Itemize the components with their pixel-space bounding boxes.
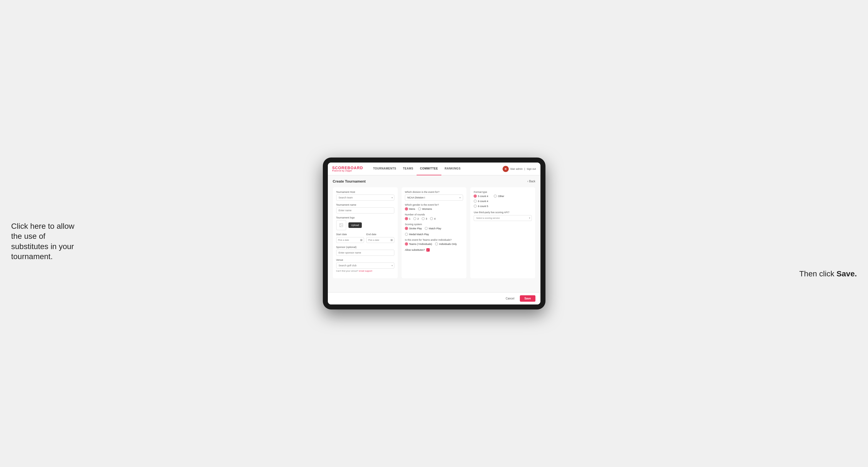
scoring-match-radio[interactable] <box>425 227 428 230</box>
rounds-1-radio[interactable] <box>405 217 408 220</box>
scoring-stroke-option[interactable]: Stroke Play <box>405 227 422 230</box>
gender-womens-option[interactable]: Womens <box>418 207 432 210</box>
scoring-field-group: Scoring system Stroke Play Match Play <box>405 223 463 236</box>
scoring-api-select-wrapper: ▾ <box>474 215 532 221</box>
content-area: Create Tournament ‹ Back Tournament Host… <box>328 175 540 292</box>
format-6count4-option[interactable]: 6 count 4 <box>474 199 488 203</box>
nav-item-committee[interactable]: COMMITTEE <box>416 162 441 175</box>
rounds-label: Number of rounds <box>405 213 463 216</box>
start-date-calendar-icon: ▦ <box>360 239 363 241</box>
event-individuals-radio[interactable] <box>435 242 438 246</box>
format-field-group: Format type 5 count 4 Other <box>474 191 532 208</box>
nav-item-teams[interactable]: TEAMS <box>400 162 417 175</box>
svg-point-1 <box>340 224 341 225</box>
division-select-wrapper: NCAA Division I ▾ <box>405 194 463 201</box>
page-title: Create Tournament <box>333 179 366 183</box>
allow-subs-label: Allow substitutes? <box>405 249 425 251</box>
sponsor-input[interactable] <box>336 250 394 256</box>
sponsor-field-group: Sponsor (optional) <box>336 246 394 256</box>
scoring-radio-group: Stroke Play Match Play Medal Match Play <box>405 227 463 236</box>
rounds-3-option[interactable]: 3 <box>422 217 427 220</box>
division-field-group: Which division is the event for? NCAA Di… <box>405 191 463 201</box>
host-input[interactable] <box>336 194 394 201</box>
avatar: B <box>503 166 509 172</box>
gender-mens-radio[interactable] <box>405 207 408 210</box>
scoring-medal-radio[interactable] <box>405 233 408 236</box>
event-teams-radio[interactable] <box>405 242 408 246</box>
division-select[interactable]: NCAA Division I ▾ <box>405 194 463 201</box>
allow-subs-field-group: Allow substitutes? <box>405 248 463 252</box>
username: blair admin <box>510 167 523 170</box>
logo: SCOREBOARD Powered by clippd <box>332 166 363 172</box>
format-6count5-radio[interactable] <box>474 205 477 208</box>
format-row-1: 5 count 4 Other <box>474 194 532 197</box>
logo-powered: Powered by clippd <box>332 170 363 172</box>
start-date-label: Start date <box>336 233 364 236</box>
scoring-match-option[interactable]: Match Play <box>425 227 441 230</box>
form-grid: Tournament Host ▾ Tournament name Tourna <box>333 187 535 278</box>
logo-placeholder-icon <box>336 220 346 230</box>
annotation-left: Click here to allow the use of substitut… <box>11 221 84 262</box>
end-date-input[interactable] <box>366 237 394 243</box>
host-label: Tournament Host <box>336 191 394 193</box>
venue-support-text: Can't find your venue? email support <box>336 270 394 272</box>
host-input-wrapper: ▾ <box>336 194 394 201</box>
format-other-radio[interactable] <box>494 194 497 197</box>
back-link[interactable]: ‹ Back <box>527 180 535 183</box>
upload-button[interactable]: Upload <box>348 222 362 228</box>
logo-field-group: Tournament logo Upload <box>336 216 394 230</box>
rounds-2-radio[interactable] <box>413 217 416 220</box>
venue-input[interactable] <box>336 262 394 269</box>
cancel-button[interactable]: Cancel <box>502 295 518 302</box>
rounds-4-radio[interactable] <box>430 217 433 220</box>
date-row: Start date ▦ End date ▦ <box>336 233 394 243</box>
rounds-2-option[interactable]: 2 <box>413 217 419 220</box>
sign-out-link[interactable]: Sign out <box>527 167 536 170</box>
gender-mens-option[interactable]: Mens <box>405 207 415 210</box>
email-support-link[interactable]: email support <box>359 270 372 272</box>
format-5count4-radio[interactable] <box>474 194 477 197</box>
nav-user: B blair admin | Sign out <box>503 166 536 172</box>
rounds-4-option[interactable]: 4 <box>430 217 436 220</box>
end-date-label: End date <box>366 233 394 236</box>
start-date-input[interactable] <box>336 237 364 243</box>
tablet-screen: SCOREBOARD Powered by clippd TOURNAMENTS… <box>328 162 540 305</box>
scoring-stroke-radio[interactable] <box>405 227 408 230</box>
scoring-medal-option[interactable]: Medal Match Play <box>405 233 429 236</box>
venue-chevron-icon: ▾ <box>392 264 393 267</box>
navigation: SCOREBOARD Powered by clippd TOURNAMENTS… <box>328 162 540 175</box>
format-row-2: 6 count 4 <box>474 199 532 203</box>
event-teams-option[interactable]: Teams (+Individuals) <box>405 242 432 246</box>
start-date-wrapper: ▦ <box>336 237 364 243</box>
rounds-radio-group: 1 2 3 <box>405 217 463 220</box>
save-button[interactable]: Save <box>520 295 535 302</box>
event-type-field-group: Is this event for Teams and/or Individua… <box>405 239 463 246</box>
host-chevron-icon: ▾ <box>392 196 393 199</box>
name-label: Tournament name <box>336 204 394 206</box>
format-6count5-option[interactable]: 6 count 5 <box>474 205 488 208</box>
nav-item-tournaments[interactable]: TOURNAMENTS <box>370 162 400 175</box>
allow-subs-checkbox[interactable] <box>426 248 430 252</box>
nav-items: TOURNAMENTS TEAMS COMMITTEE RANKINGS <box>370 162 503 175</box>
annotation-right: Then click Save. <box>799 269 857 279</box>
format-row-3: 6 count 5 <box>474 205 532 208</box>
allow-subs-checkbox-item[interactable]: Allow substitutes? <box>405 248 463 252</box>
scoring-api-select[interactable] <box>474 215 532 221</box>
rounds-1-option[interactable]: 1 <box>405 217 410 220</box>
gender-womens-radio[interactable] <box>418 207 421 210</box>
bottom-bar: Cancel Save <box>328 292 540 305</box>
name-input[interactable] <box>336 207 394 214</box>
nav-item-rankings[interactable]: RANKINGS <box>441 162 464 175</box>
scoring-api-field-group: Use third-party live scoring API? ▾ <box>474 211 532 221</box>
logo-label: Tournament logo <box>336 216 394 219</box>
page-header: Create Tournament ‹ Back <box>333 179 535 183</box>
format-5count4-option[interactable]: 5 count 4 <box>474 194 488 197</box>
logo-main: SCOREBOARD <box>332 166 363 170</box>
rounds-3-radio[interactable] <box>422 217 425 220</box>
format-other-option[interactable]: Other <box>494 194 504 197</box>
gender-label: Which gender is the event for? <box>405 204 463 206</box>
venue-input-wrapper: ▾ <box>336 262 394 269</box>
end-date-wrapper: ▦ <box>366 237 394 243</box>
event-individuals-option[interactable]: Individuals Only <box>435 242 457 246</box>
format-6count4-radio[interactable] <box>474 199 477 203</box>
